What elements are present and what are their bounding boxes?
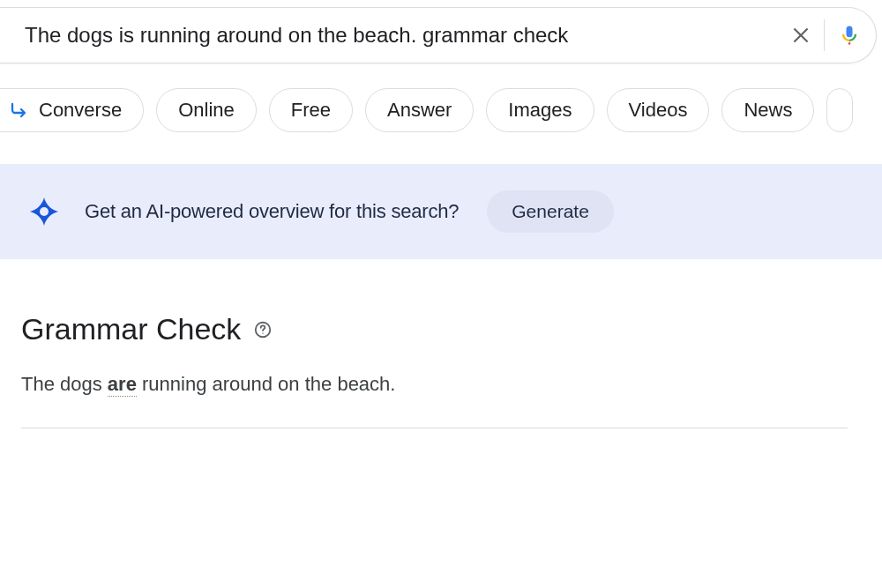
filter-chips-row: Converse Online Free Answer Images Video… <box>0 88 882 132</box>
chip-images[interactable]: Images <box>486 88 594 132</box>
grammar-check-result: Grammar Check The dogs are running aroun… <box>0 312 882 428</box>
result-title: Grammar Check <box>21 312 241 346</box>
microphone-icon <box>837 23 862 48</box>
search-bar-wrapper <box>0 7 882 63</box>
clear-search-button[interactable] <box>783 18 818 53</box>
chip-label: Answer <box>387 99 452 122</box>
divider <box>824 19 825 51</box>
chip-videos[interactable]: Videos <box>607 88 710 132</box>
chip-free[interactable]: Free <box>269 88 353 132</box>
chip-converse[interactable]: Converse <box>0 88 144 132</box>
chip-answer[interactable]: Answer <box>365 88 474 132</box>
ai-overview-banner: Get an AI-powered overview for this sear… <box>0 164 882 259</box>
svg-point-2 <box>40 207 49 216</box>
corrected-sentence: The dogs are running around on the beach… <box>21 373 882 396</box>
sentence-suffix: running around on the beach. <box>137 373 396 395</box>
generate-button[interactable]: Generate <box>487 190 614 233</box>
chip-label: Online <box>178 99 235 122</box>
chip-label: Videos <box>629 99 688 122</box>
corrected-word: are <box>108 373 137 397</box>
help-icon[interactable] <box>253 320 273 339</box>
sparkle-icon <box>26 194 62 229</box>
chip-online[interactable]: Online <box>156 88 257 132</box>
divider <box>21 428 848 428</box>
search-input[interactable] <box>25 23 783 48</box>
chip-label: Free <box>291 99 331 122</box>
search-bar[interactable] <box>0 7 877 63</box>
turn-right-arrow-icon <box>9 100 30 121</box>
ai-banner-text: Get an AI-powered overview for this sear… <box>85 200 459 223</box>
chip-label: News <box>744 99 792 122</box>
close-icon <box>789 24 812 47</box>
chip-label: Converse <box>39 99 122 122</box>
result-title-row: Grammar Check <box>21 312 882 346</box>
chip-news[interactable]: News <box>721 88 814 132</box>
chip-more[interactable] <box>826 88 853 132</box>
svg-point-4 <box>263 332 264 333</box>
voice-search-button[interactable] <box>833 19 865 51</box>
chip-label: Images <box>508 99 572 122</box>
sentence-prefix: The dogs <box>21 373 108 395</box>
